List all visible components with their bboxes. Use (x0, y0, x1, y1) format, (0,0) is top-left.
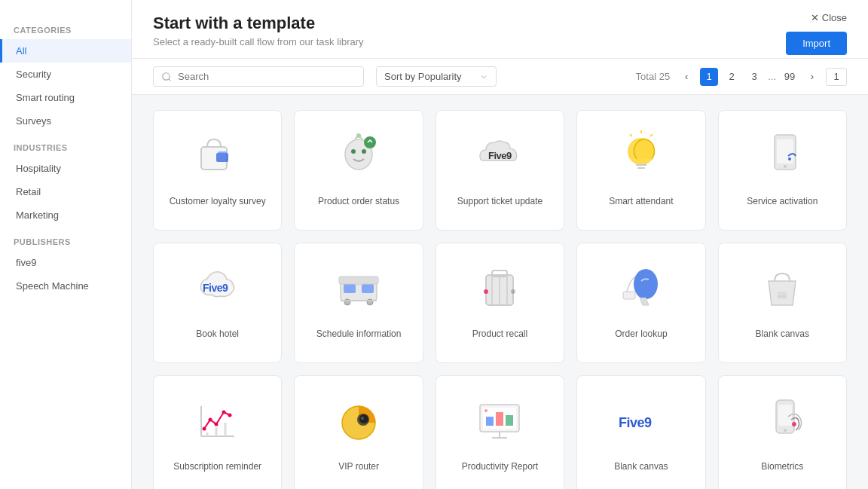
template-label-vip-router: VIP router (338, 460, 379, 473)
svg-point-42 (208, 418, 212, 422)
search-input[interactable] (178, 71, 356, 82)
template-label-book-hotel: Book hotel (196, 328, 239, 341)
template-label-blank-canvas1: Blank canvas (756, 328, 809, 341)
svg-point-45 (228, 414, 231, 417)
sidebar-item-smart-routing[interactable]: Smart routing (0, 86, 131, 109)
template-icon-support-ticket-update: Five9 (469, 126, 530, 186)
template-label-schedule-information: Schedule information (316, 328, 402, 341)
sort-dropdown[interactable]: Sort by Popularity Sort by Name Sort by … (376, 66, 497, 87)
template-icon-product-order-status (329, 126, 389, 186)
page-title: Start with a template (153, 14, 364, 33)
close-button[interactable]: ✕ Close (811, 12, 847, 23)
main-content: Start with a template Select a ready-bui… (132, 0, 868, 489)
sidebar-item-hospitality[interactable]: Hospitality (0, 157, 131, 180)
template-label-support-ticket-update: Support ticket update (457, 195, 542, 208)
template-card-schedule-information[interactable]: Schedule information (294, 243, 423, 363)
template-card-blank-canvas2[interactable]: Five9 Blank canvas (576, 375, 705, 489)
search-box[interactable] (153, 66, 364, 87)
sidebar-item-surveys[interactable]: Surveys (0, 109, 131, 133)
template-card-blank-canvas1[interactable]: Blank canvas (718, 243, 847, 363)
template-label-smart-attendant: Smart attendant (609, 195, 673, 208)
svg-point-44 (222, 411, 225, 414)
chevron-down-icon (479, 72, 488, 81)
svg-rect-17 (777, 139, 793, 164)
svg-line-1 (169, 78, 171, 81)
template-icon-book-hotel: Five9 (188, 258, 248, 319)
svg-rect-37 (778, 292, 787, 299)
svg-point-8 (362, 149, 366, 154)
svg-point-7 (351, 149, 356, 154)
svg-point-64 (784, 429, 787, 432)
svg-rect-22 (344, 284, 356, 293)
sidebar-item-all[interactable]: All (0, 39, 131, 63)
template-icon-order-lookup (611, 258, 671, 319)
template-icon-schedule-information (329, 258, 389, 319)
sort-select-input[interactable]: Sort by Popularity Sort by Name Sort by … (384, 71, 473, 82)
svg-line-14 (650, 134, 653, 136)
page-2-button[interactable]: 2 (723, 68, 741, 86)
template-label-product-order-status: Product order status (318, 195, 399, 208)
template-card-productivity-report[interactable]: Productivity Report (436, 375, 564, 489)
svg-point-33 (484, 289, 488, 294)
prev-page-button[interactable]: ‹ (677, 68, 695, 86)
svg-rect-36 (623, 292, 635, 299)
svg-point-0 (163, 72, 170, 79)
template-card-book-hotel[interactable]: Five9 Book hotel (153, 243, 282, 363)
template-card-vip-router[interactable]: VIP router (294, 375, 423, 489)
svg-point-52 (361, 417, 364, 420)
template-label-subscription-reminder: Subscription reminder (173, 460, 261, 473)
sidebar-item-retail[interactable]: Retail (0, 180, 131, 203)
page-3-button[interactable]: 3 (745, 68, 763, 86)
sidebar-item-five9[interactable]: five9 (0, 251, 131, 274)
svg-text:Five9: Five9 (619, 415, 652, 430)
close-x-icon: ✕ (811, 12, 819, 23)
publishers-section-title: Publishers (0, 227, 131, 251)
svg-point-19 (788, 157, 791, 160)
template-label-service-activation: Service activation (747, 195, 818, 208)
search-icon (161, 72, 172, 82)
total-count: Total 25 (636, 71, 671, 82)
page-jump-input[interactable] (826, 68, 847, 86)
template-label-biometrics: Biometrics (761, 460, 803, 473)
svg-line-15 (630, 134, 632, 136)
svg-point-51 (359, 414, 368, 423)
svg-rect-55 (486, 417, 494, 426)
template-icon-productivity-report (469, 391, 530, 451)
template-card-product-recall[interactable]: Product recall (436, 243, 564, 363)
template-card-subscription-reminder[interactable]: Subscription reminder (153, 375, 282, 489)
svg-point-35 (634, 269, 658, 299)
template-label-customer-loyalty-survey: Customer loyalty survey (170, 195, 266, 208)
template-card-customer-loyalty-survey[interactable]: Customer loyalty survey (153, 110, 282, 231)
template-grid: Customer loyalty survey Product order st… (153, 110, 847, 489)
template-card-smart-attendant[interactable]: Smart attendant (576, 110, 705, 231)
sidebar-item-security[interactable]: Security (0, 63, 131, 86)
sidebar: Categories All Security Smart routing Su… (0, 0, 132, 489)
template-label-blank-canvas2: Blank canvas (614, 460, 668, 473)
svg-rect-56 (496, 412, 503, 426)
svg-rect-10 (356, 133, 361, 138)
next-page-button[interactable]: › (803, 68, 821, 86)
template-card-product-order-status[interactable]: Product order status (294, 110, 423, 231)
template-icon-smart-attendant (611, 126, 671, 186)
template-label-product-recall: Product recall (472, 328, 527, 341)
sidebar-item-marketing[interactable]: Marketing (0, 203, 131, 227)
template-label-productivity-report: Productivity Report (462, 460, 538, 473)
page-dots: ... (768, 71, 776, 82)
template-card-biometrics[interactable]: Biometrics (718, 375, 847, 489)
svg-text:Five9: Five9 (488, 150, 512, 161)
svg-rect-24 (339, 277, 378, 284)
template-card-order-lookup[interactable]: Order lookup (576, 243, 705, 363)
template-icon-blank-canvas2: Five9 (611, 391, 671, 451)
toolbar: Sort by Popularity Sort by Name Sort by … (132, 59, 868, 95)
template-card-support-ticket-update[interactable]: Five9 Support ticket update (436, 110, 564, 231)
svg-rect-57 (506, 415, 513, 426)
template-icon-service-activation (752, 126, 812, 186)
template-card-service-activation[interactable]: Service activation (718, 110, 847, 231)
svg-point-18 (784, 165, 787, 168)
page-99-button[interactable]: 99 (781, 68, 799, 86)
template-icon-vip-router (329, 391, 389, 451)
sidebar-item-speech-machine[interactable]: Speech Machine (0, 274, 131, 298)
page-1-button[interactable]: 1 (700, 68, 718, 86)
template-icon-subscription-reminder (188, 391, 248, 451)
import-button[interactable]: Import (786, 32, 847, 55)
